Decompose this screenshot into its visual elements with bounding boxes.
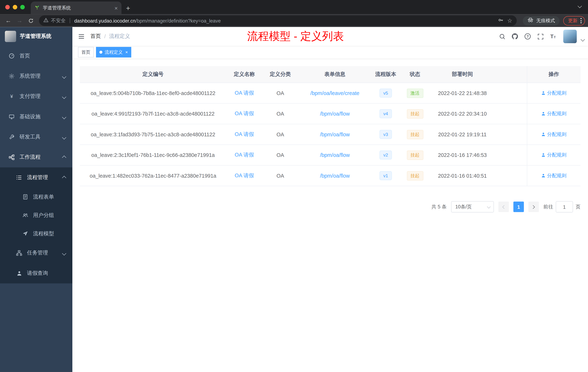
new-tab-button[interactable]: + (126, 5, 130, 12)
definition-name-link[interactable]: OA 请假 (235, 90, 254, 96)
table-row: oa_leave:2:3c1f0ef1-76b1-11ec-9c66-a2380… (80, 145, 580, 165)
gauge-icon (8, 53, 15, 59)
sidebar-item-process-form[interactable]: 流程表单 (0, 188, 72, 206)
sidebar-item-system[interactable]: 系统管理 (0, 66, 72, 86)
help-icon[interactable]: ? (522, 31, 533, 42)
logo-image (5, 31, 16, 42)
breadcrumb-home[interactable]: 首页 (90, 33, 101, 40)
avatar-caret-icon[interactable] (581, 36, 584, 42)
sidebar-item-infrastructure[interactable]: 基础设施 (0, 107, 72, 127)
workflow-submenu: 流程管理 流程表单 用户分组 (0, 167, 72, 283)
search-icon[interactable] (496, 31, 508, 42)
window-zoom-button[interactable] (20, 5, 25, 10)
definition-name-link[interactable]: OA 请假 (235, 110, 254, 116)
definition-name-link[interactable]: OA 请假 (235, 152, 254, 158)
forward-icon[interactable]: → (14, 15, 25, 26)
address-bar[interactable]: 不安全 dashboard.yudao.iocoder.cn/bpm/manag… (39, 15, 517, 26)
sidebar-item-home[interactable]: 首页 (0, 46, 72, 66)
divider (70, 18, 70, 23)
not-secure-warning-icon (43, 18, 48, 24)
browser-tab[interactable]: 芋道管理系统 × (31, 1, 121, 14)
category-cell: OA (262, 103, 298, 124)
definition-id-cell: oa_leave:4:991f2193-7b7f-11ec-a3c8-acde4… (80, 103, 226, 124)
pagination-total: 共 5 条 (431, 203, 447, 210)
category-cell: OA (262, 83, 298, 103)
document-icon (22, 194, 29, 200)
category-cell: OA (262, 124, 298, 145)
form-link[interactable]: /bpm/oa/flow (320, 131, 350, 137)
sidebar-item-workflow[interactable]: 工作流程 (0, 147, 72, 167)
tab-close-icon[interactable]: × (115, 5, 118, 11)
sitemap-icon (16, 250, 22, 256)
main-panel: 首页 / 流程定义 流程模型 - 定义列表 ? (72, 27, 588, 372)
tag-close-icon[interactable]: × (125, 50, 128, 55)
sidebar-item-devtools[interactable]: 研发工具 (0, 127, 72, 147)
monitor-icon (8, 114, 15, 120)
deploy-time-cell: 2022-01-22 20:34:10 (430, 103, 495, 124)
form-link[interactable]: /bpm/oa/flow (320, 152, 350, 158)
app-shell: 芋道管理系统 首页 系统管理 ¥ 支付管理 (0, 27, 588, 372)
sidebar-item-process-management[interactable]: 流程管理 (0, 167, 72, 188)
definition-id-cell: oa_leave:3:1fad3d93-7b75-11ec-a3c8-acde4… (80, 124, 226, 145)
assign-rule-link[interactable]: 分配规则 (541, 110, 567, 117)
security-label[interactable]: 不安全 (51, 17, 66, 24)
pagination: 共 5 条 10条/页 1 前往 页 (80, 201, 580, 213)
sidebar-item-user-group[interactable]: 用户分组 (0, 206, 72, 224)
version-badge: v4 (380, 109, 392, 118)
font-size-icon[interactable]: TT (547, 31, 559, 42)
page-jump: 前往 页 (544, 201, 580, 213)
logo-title: 芋道管理系统 (20, 33, 51, 40)
breadcrumb-current: 流程定义 (109, 33, 130, 40)
definition-name-link[interactable]: OA 请假 (235, 131, 254, 137)
prev-page-button[interactable] (498, 202, 509, 212)
form-link[interactable]: /bpm/oa/flow (320, 111, 350, 117)
status-badge: 挂起 (407, 150, 423, 160)
key-icon[interactable] (498, 17, 504, 24)
back-icon[interactable]: ← (3, 15, 14, 26)
browser-menu-kebab-icon[interactable] (580, 18, 582, 23)
bookmark-star-icon[interactable]: ☆ (507, 17, 512, 24)
col-definition-category: 定义分类 (262, 66, 298, 83)
form-link[interactable]: /bpm/oa/leave/create (310, 90, 359, 96)
sidebar-item-process-model[interactable]: 流程模型 (0, 224, 72, 243)
sidebar-logo[interactable]: 芋道管理系统 (0, 27, 72, 46)
assign-rule-link[interactable]: 分配规则 (541, 172, 567, 179)
col-definition-id: 定义编号 (80, 66, 226, 83)
fullscreen-icon[interactable] (535, 31, 546, 42)
chevron-down-icon (63, 134, 66, 140)
workflow-icon (8, 154, 15, 160)
screen: 芋道管理系统 × + ← → 不安全 dashboard.yudao.iocod… (0, 0, 588, 372)
site-favicon-icon (34, 5, 40, 11)
category-cell: OA (262, 145, 298, 165)
assign-rule-link[interactable]: 分配规则 (541, 90, 567, 97)
assign-rule-link[interactable]: 分配规则 (541, 152, 567, 158)
sidebar-toggle-icon[interactable] (72, 33, 90, 40)
page-number-button[interactable]: 1 (514, 202, 524, 212)
tag-home[interactable]: 首页 (78, 47, 94, 57)
navbar-actions: ? TT (496, 30, 588, 43)
page-url[interactable]: dashboard.yudao.iocoder.cn/bpm/manager/d… (74, 18, 221, 23)
definition-name-link[interactable]: OA 请假 (235, 172, 254, 178)
update-button[interactable]: 更新 (563, 16, 585, 25)
page-size-select[interactable]: 10条/页 (451, 201, 494, 213)
tab-search-chevron-icon[interactable] (578, 2, 581, 9)
reload-icon[interactable] (25, 15, 36, 26)
sidebar-item-task-management[interactable]: 任务管理 (0, 243, 72, 263)
col-operation: 操作 (527, 66, 580, 83)
tag-process-definition[interactable]: 流程定义 × (96, 47, 131, 57)
col-deploy-time: 部署时间 (430, 66, 495, 83)
page-jump-input[interactable] (556, 201, 573, 213)
chevron-down-icon (63, 114, 66, 120)
window-close-button[interactable] (5, 5, 10, 10)
github-icon[interactable] (509, 31, 521, 42)
incognito-badge: 无痕模式 (523, 16, 559, 25)
form-link[interactable]: /bpm/oa/flow (320, 173, 350, 179)
browser-tab-strip: 芋道管理系统 × + (0, 0, 588, 14)
chevron-down-icon (63, 250, 66, 256)
assign-rule-link[interactable]: 分配规则 (541, 131, 567, 138)
sidebar-item-payment[interactable]: ¥ 支付管理 (0, 86, 72, 107)
user-avatar[interactable] (563, 30, 577, 43)
window-minimize-button[interactable] (13, 5, 17, 10)
sidebar-item-leave-query[interactable]: 请假查询 (0, 263, 72, 283)
next-page-button[interactable] (528, 202, 539, 212)
